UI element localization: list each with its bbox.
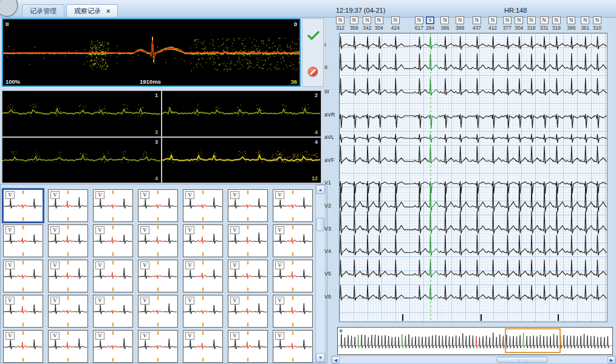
beat-label-box[interactable]: N [350, 16, 358, 24]
lead-label: V6 [324, 294, 338, 300]
beat-label-box[interactable]: N [375, 16, 383, 24]
beat-overlay-panel[interactable]: II 0 100% 1910ms 36 [2, 18, 301, 87]
beat-marker-tick [202, 226, 204, 229]
channel-panel-4[interactable]: 4 12 [162, 138, 321, 183]
beat-marker-tick [292, 217, 293, 221]
template-class-chip: V [140, 191, 149, 199]
channel-waveform [2, 138, 161, 183]
beat-marker-tick [112, 296, 114, 300]
lead-label: V1 [324, 180, 338, 186]
template-cell[interactable]: V [273, 330, 313, 363]
beat-label-box[interactable]: N [567, 16, 575, 24]
template-cell[interactable]: V [3, 260, 43, 292]
template-cell[interactable]: V [3, 295, 43, 328]
template-cell[interactable]: V [228, 295, 268, 328]
beat-label-box[interactable]: N [503, 16, 512, 24]
beat-label-box[interactable]: N [515, 16, 523, 24]
beat-label-box[interactable]: N [456, 16, 464, 24]
beat-label-box[interactable]: N [593, 16, 601, 24]
tab-close-icon[interactable]: × [106, 7, 110, 15]
beat-marker-tick [292, 190, 293, 194]
template-cell[interactable]: V [183, 295, 223, 328]
beat-label-box[interactable]: N [415, 16, 423, 24]
scroll-left-button[interactable]: ◀ [332, 356, 340, 363]
scroll-down-button[interactable]: ▼ [316, 353, 325, 362]
lead-label: aVF [324, 157, 338, 163]
scroll-up-button[interactable]: ▲ [316, 185, 325, 194]
rr-interval-value: 358 [347, 25, 361, 31]
beat-marker-tick [112, 323, 114, 326]
beat-marker-tick [157, 288, 159, 291]
check-icon[interactable] [307, 31, 320, 41]
template-cell[interactable]: V [138, 295, 178, 328]
scroll-right-button[interactable]: ▶ [607, 356, 615, 363]
template-cell[interactable]: V [273, 260, 313, 292]
template-cell[interactable]: V [138, 330, 178, 363]
prohibit-icon[interactable] [308, 67, 318, 76]
template-cell[interactable]: V [48, 189, 88, 222]
lead-label: V2 [324, 203, 338, 209]
template-cell[interactable]: V [93, 330, 133, 363]
channel-panel-1[interactable]: 1 3 [2, 91, 161, 136]
template-cell[interactable]: V [138, 224, 178, 257]
template-cell[interactable]: V [48, 224, 88, 257]
beat-marker-tick [112, 261, 114, 265]
template-cell[interactable]: V [3, 330, 43, 363]
template-class-chip: V [185, 297, 194, 305]
ecg-grid-paper[interactable] [339, 33, 607, 322]
template-cell[interactable]: V [93, 295, 133, 328]
template-cell[interactable]: V [228, 224, 268, 257]
beat-label-box[interactable]: S [426, 16, 434, 24]
template-cell[interactable]: V [228, 260, 268, 292]
rr-interval-value: 412 [485, 25, 500, 31]
template-cell[interactable]: V [228, 330, 268, 363]
beat-label-box[interactable]: N [581, 16, 589, 24]
template-class-chip: V [95, 297, 104, 305]
template-cell[interactable]: V [273, 189, 313, 222]
rhythm-strip[interactable]: II [337, 327, 613, 355]
template-cell[interactable]: V [48, 330, 88, 363]
rhythm-selection-box[interactable] [505, 328, 561, 353]
template-cell[interactable]: V [183, 260, 223, 292]
template-cell[interactable]: V [183, 330, 223, 363]
beat-label-box[interactable]: N [552, 16, 561, 24]
beat-label-box[interactable]: N [363, 16, 371, 24]
channel-panel-3[interactable]: 3 4 [2, 138, 161, 183]
template-cell[interactable]: V [48, 260, 88, 292]
template-cell[interactable]: V [3, 224, 43, 257]
beat-marker-tick [67, 323, 69, 326]
template-cell[interactable]: V [93, 260, 133, 292]
time-scrollbar[interactable]: ◀ ▶ [331, 356, 616, 364]
beat-label-box[interactable]: N [473, 16, 481, 24]
template-cell[interactable]: V [93, 189, 133, 222]
beat-marker-tick [202, 296, 204, 300]
scrollbar-thumb[interactable] [317, 218, 324, 231]
template-cell[interactable]: V [3, 189, 43, 222]
beat-label-box[interactable]: N [527, 16, 536, 24]
beat-label-box[interactable]: N [336, 16, 344, 24]
lead-label: V3 [324, 226, 338, 232]
template-cell[interactable]: V [93, 224, 133, 257]
overlay-window-label: 1910ms [140, 78, 161, 85]
template-cell[interactable]: V [48, 295, 88, 328]
beat-label-box[interactable]: N [540, 16, 549, 24]
template-class-chip: V [185, 332, 194, 340]
template-cell[interactable]: V [183, 189, 223, 222]
template-cell[interactable]: V [138, 189, 178, 222]
template-class-chip: V [50, 261, 60, 269]
template-cell[interactable]: V [273, 224, 313, 257]
scrollbar-thumb[interactable] [496, 357, 548, 363]
template-cell[interactable]: V [138, 260, 178, 292]
template-class-chip: V [230, 226, 239, 234]
beat-label-box[interactable]: N [488, 16, 497, 24]
beat-marker-tick [112, 217, 114, 221]
channel-panel-2[interactable]: 2 4 [162, 91, 321, 136]
beat-label-box[interactable]: N [440, 16, 449, 24]
template-cell[interactable]: V [273, 295, 313, 328]
beat-marker-tick [292, 331, 293, 335]
template-cell[interactable]: V [228, 189, 268, 222]
tab-observe-record[interactable]: 观察记录 × [66, 4, 118, 17]
beat-label-box[interactable]: N [391, 16, 400, 24]
template-cell[interactable]: V [183, 224, 223, 257]
tab-record-management[interactable]: 记录管理 [22, 4, 64, 17]
